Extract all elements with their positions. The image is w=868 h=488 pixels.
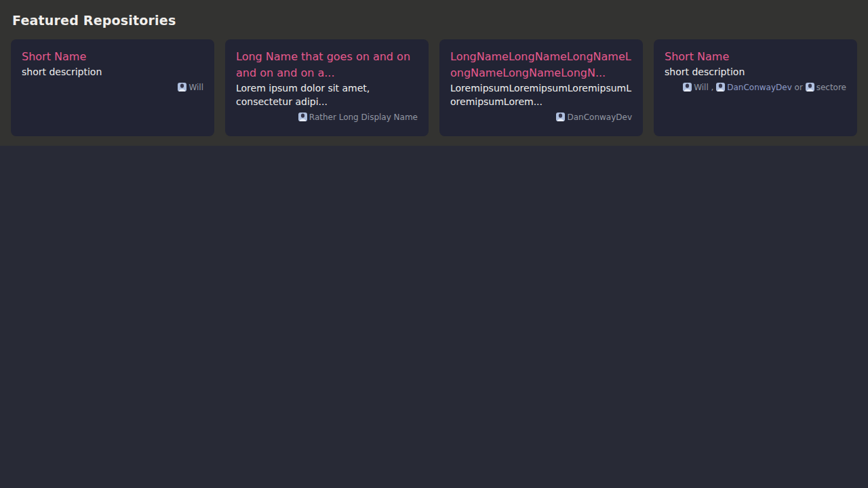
person-avatar-icon — [556, 113, 565, 121]
repo-card[interactable]: Short Nameshort descriptionWill — [11, 39, 214, 136]
person-avatar-icon — [298, 113, 307, 121]
repo-title-link[interactable]: Short Name — [665, 49, 846, 65]
maintainer-link[interactable]: sectore — [816, 83, 846, 92]
repo-description: Lorem ipsum dolor sit amet,consectetur a… — [236, 81, 418, 108]
maintainer-separator: or — [792, 83, 806, 92]
maintainer-item: DanConwayDev or — [716, 83, 805, 92]
person-avatar-icon — [683, 83, 692, 92]
repo-description-line: short description — [665, 65, 846, 79]
page-title: Featured Repositories — [12, 11, 857, 30]
person-avatar-icon — [716, 83, 725, 92]
repo-title-line: Short Name — [22, 49, 203, 65]
repo-description-line: short description — [22, 65, 203, 79]
maintainer-item: DanConwayDev — [556, 113, 632, 122]
repo-card[interactable]: LongNameLongNameLongNameLongNameLongName… — [439, 39, 643, 136]
repo-description: LoremipsumLoremipsumLoremipsumLoremipsum… — [450, 81, 632, 108]
maintainer-link[interactable]: Will — [694, 83, 709, 92]
page: Featured Repositories Short Nameshort de… — [0, 0, 868, 488]
person-avatar-icon — [806, 83, 814, 92]
content-area — [0, 146, 868, 488]
repo-description-line: LoremipsumLoremipsumLoremipsumL — [450, 81, 632, 95]
repo-title-line: Long Name that goes on and on — [236, 49, 418, 65]
repo-description-line: oremipsumLorem... — [450, 95, 632, 108]
repo-card[interactable]: Long Name that goes on and onand on and … — [225, 39, 429, 136]
person-avatar-icon — [178, 83, 186, 92]
maintainer-link[interactable]: DanConwayDev — [727, 83, 792, 92]
maintainers-row: Rather Long Display Name — [236, 112, 418, 123]
repo-description: short description — [665, 65, 846, 79]
repo-title-line: ongNameLongNameLongN... — [450, 65, 632, 81]
maintainer-item: Rather Long Display Name — [298, 113, 418, 122]
repo-title-link[interactable]: Long Name that goes on and onand on and … — [236, 49, 418, 81]
maintainer-item: Will — [178, 83, 203, 92]
repo-title-link[interactable]: LongNameLongNameLongNameLongNameLongName… — [450, 49, 632, 81]
repo-description: short description — [22, 65, 203, 79]
repo-title-link[interactable]: Short Name — [22, 49, 203, 65]
maintainers-row: Will — [22, 82, 203, 93]
maintainers-row: DanConwayDev — [450, 112, 632, 123]
maintainer-item: Will , — [683, 83, 716, 92]
cards-row: Short Nameshort descriptionWillLong Name… — [11, 39, 857, 136]
maintainer-link[interactable]: Rather Long Display Name — [309, 113, 418, 122]
featured-repositories-section: Featured Repositories Short Nameshort de… — [0, 0, 868, 146]
repo-title-line: and on and on a... — [236, 65, 418, 81]
maintainers-row: Will , DanConwayDev or sectore — [665, 82, 846, 93]
repo-title-line: LongNameLongNameLongNameL — [450, 49, 632, 65]
maintainer-link[interactable]: DanConwayDev — [567, 113, 632, 122]
repo-card[interactable]: Short Nameshort descriptionWill , DanCon… — [654, 39, 857, 136]
maintainer-link[interactable]: Will — [189, 83, 203, 92]
maintainer-separator: , — [709, 83, 716, 92]
repo-description-line: consectetur adipi... — [236, 95, 418, 108]
maintainer-item: sectore — [806, 83, 846, 92]
repo-title-line: Short Name — [665, 49, 846, 65]
repo-description-line: Lorem ipsum dolor sit amet, — [236, 81, 418, 95]
